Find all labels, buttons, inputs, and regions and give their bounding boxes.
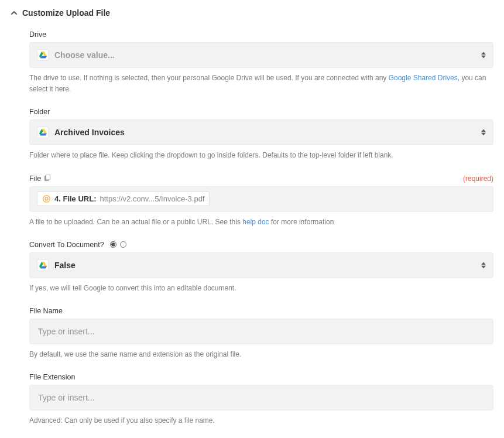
filename-input[interactable] [29,319,493,344]
field-label-drive: Drive [29,30,46,39]
section-header[interactable]: Customize Upload File [11,8,493,18]
fields-container: Drive Choose value... The drive to use. … [11,30,493,438]
field-filename: File Name By default, we use the same na… [29,307,493,360]
pill-label: 4. File URL: [54,194,97,203]
file-input[interactable]: 4. File URL: https://v2.conv...5/Invoice… [29,186,493,212]
shared-drives-link[interactable]: Google Shared Drives [389,74,458,82]
chevron-up-icon [11,9,18,16]
google-drive-icon [37,259,49,271]
field-drive: Drive Choose value... The drive to use. … [29,30,493,95]
convert-value: False [54,261,76,270]
mode-custom-radio[interactable] [120,241,126,248]
copy-icon [44,174,50,182]
folder-value: Archived Invoices [54,128,125,137]
svg-rect-1 [46,174,50,180]
help-doc-link[interactable]: help doc [242,218,269,226]
field-file: File (required) 4. File URL: https://v2.… [29,174,493,228]
source-step-icon [42,194,51,203]
field-label-fileext: File Extension [29,373,76,381]
convert-select[interactable]: False [29,252,493,278]
field-fileext: File Extension Advanced: Can only be use… [29,373,493,426]
file-url-pill[interactable]: 4. File URL: https://v2.conv...5/Invoice… [37,191,210,206]
folder-help: Folder where to place file. Keep clickin… [29,150,493,161]
convert-help: If yes, we will tell Google to convert t… [29,283,493,294]
field-label-filename: File Name [29,307,63,315]
folder-select[interactable]: Archived Invoices [29,119,493,145]
required-tag: (required) [463,174,493,183]
fileext-help: Advanced: Can only be used if you also s… [29,415,493,426]
updown-icon [481,262,486,268]
updown-icon [481,129,486,136]
field-label-convert: Convert To Document? [29,241,126,249]
drive-help: The drive to use. If nothing is selected… [29,73,493,95]
mode-static-radio[interactable] [110,241,116,248]
google-drive-icon [37,49,49,61]
pill-value: https://v2.conv...5/Invoice-3.pdf [100,194,205,203]
updown-icon [481,52,486,59]
file-help: A file to be uploaded. Can be an actual … [29,217,493,228]
section-title: Customize Upload File [22,8,110,18]
field-label-folder: Folder [29,108,50,116]
filename-help: By default, we use the same name and ext… [29,349,493,360]
fileext-input[interactable] [29,385,493,410]
convert-radio-group [110,241,126,248]
svg-point-2 [43,196,50,203]
drive-select[interactable]: Choose value... [29,42,493,68]
google-drive-icon [37,126,49,138]
field-folder: Folder Archived Invoices Folder where to… [29,108,493,161]
drive-placeholder: Choose value... [54,50,115,60]
field-label-file: File [29,174,50,183]
field-convert: Convert To Document? False If yes, we wi… [29,241,493,294]
